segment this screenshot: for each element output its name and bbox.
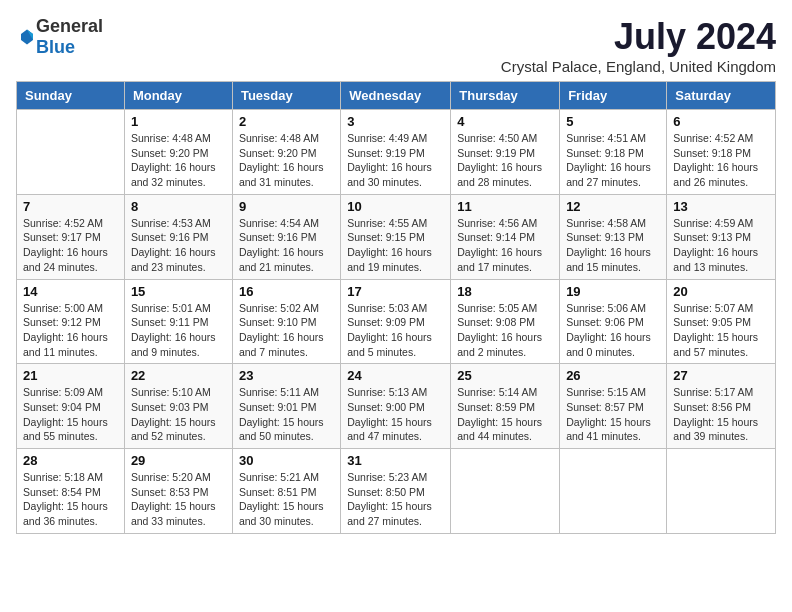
day-info-text: Sunrise: 5:07 AMSunset: 9:05 PMDaylight:… [673,301,769,360]
calendar-day-cell: 25Sunrise: 5:14 AMSunset: 8:59 PMDayligh… [451,364,560,449]
day-number: 26 [566,368,660,383]
day-number: 15 [131,284,226,299]
calendar-week-row: 28Sunrise: 5:18 AMSunset: 8:54 PMDayligh… [17,449,776,534]
day-info-text: Sunrise: 4:52 AMSunset: 9:18 PMDaylight:… [673,131,769,190]
calendar-day-cell: 30Sunrise: 5:21 AMSunset: 8:51 PMDayligh… [232,449,340,534]
calendar-day-cell: 22Sunrise: 5:10 AMSunset: 9:03 PMDayligh… [124,364,232,449]
calendar-day-cell: 17Sunrise: 5:03 AMSunset: 9:09 PMDayligh… [341,279,451,364]
calendar-day-cell: 9Sunrise: 4:54 AMSunset: 9:16 PMDaylight… [232,194,340,279]
day-info-text: Sunrise: 5:23 AMSunset: 8:50 PMDaylight:… [347,470,444,529]
calendar-day-cell: 6Sunrise: 4:52 AMSunset: 9:18 PMDaylight… [667,110,776,195]
day-number: 5 [566,114,660,129]
calendar-day-cell: 16Sunrise: 5:02 AMSunset: 9:10 PMDayligh… [232,279,340,364]
calendar-day-cell: 29Sunrise: 5:20 AMSunset: 8:53 PMDayligh… [124,449,232,534]
calendar-day-cell: 28Sunrise: 5:18 AMSunset: 8:54 PMDayligh… [17,449,125,534]
day-number: 24 [347,368,444,383]
day-info-text: Sunrise: 4:49 AMSunset: 9:19 PMDaylight:… [347,131,444,190]
calendar-week-row: 1Sunrise: 4:48 AMSunset: 9:20 PMDaylight… [17,110,776,195]
day-info-text: Sunrise: 5:09 AMSunset: 9:04 PMDaylight:… [23,385,118,444]
day-info-text: Sunrise: 4:48 AMSunset: 9:20 PMDaylight:… [131,131,226,190]
calendar-day-cell [560,449,667,534]
day-number: 22 [131,368,226,383]
calendar-day-cell: 3Sunrise: 4:49 AMSunset: 9:19 PMDaylight… [341,110,451,195]
day-number: 6 [673,114,769,129]
calendar-day-cell: 21Sunrise: 5:09 AMSunset: 9:04 PMDayligh… [17,364,125,449]
day-number: 30 [239,453,334,468]
calendar-table: SundayMondayTuesdayWednesdayThursdayFrid… [16,81,776,534]
calendar-day-cell: 10Sunrise: 4:55 AMSunset: 9:15 PMDayligh… [341,194,451,279]
title-block: July 2024 Crystal Palace, England, Unite… [501,16,776,75]
day-info-text: Sunrise: 5:05 AMSunset: 9:08 PMDaylight:… [457,301,553,360]
calendar-week-row: 14Sunrise: 5:00 AMSunset: 9:12 PMDayligh… [17,279,776,364]
day-number: 2 [239,114,334,129]
weekday-header-tuesday: Tuesday [232,82,340,110]
day-info-text: Sunrise: 5:00 AMSunset: 9:12 PMDaylight:… [23,301,118,360]
day-info-text: Sunrise: 4:55 AMSunset: 9:15 PMDaylight:… [347,216,444,275]
weekday-header-saturday: Saturday [667,82,776,110]
day-number: 31 [347,453,444,468]
day-number: 27 [673,368,769,383]
calendar-day-cell: 1Sunrise: 4:48 AMSunset: 9:20 PMDaylight… [124,110,232,195]
calendar-day-cell [17,110,125,195]
day-number: 14 [23,284,118,299]
calendar-day-cell: 15Sunrise: 5:01 AMSunset: 9:11 PMDayligh… [124,279,232,364]
calendar-day-cell: 11Sunrise: 4:56 AMSunset: 9:14 PMDayligh… [451,194,560,279]
day-info-text: Sunrise: 4:52 AMSunset: 9:17 PMDaylight:… [23,216,118,275]
day-info-text: Sunrise: 5:03 AMSunset: 9:09 PMDaylight:… [347,301,444,360]
day-number: 28 [23,453,118,468]
logo-icon [18,28,36,46]
day-number: 29 [131,453,226,468]
calendar-week-row: 7Sunrise: 4:52 AMSunset: 9:17 PMDaylight… [17,194,776,279]
location-text: Crystal Palace, England, United Kingdom [501,58,776,75]
weekday-header-thursday: Thursday [451,82,560,110]
calendar-day-cell: 18Sunrise: 5:05 AMSunset: 9:08 PMDayligh… [451,279,560,364]
day-info-text: Sunrise: 4:58 AMSunset: 9:13 PMDaylight:… [566,216,660,275]
day-info-text: Sunrise: 5:11 AMSunset: 9:01 PMDaylight:… [239,385,334,444]
calendar-day-cell [451,449,560,534]
calendar-day-cell: 14Sunrise: 5:00 AMSunset: 9:12 PMDayligh… [17,279,125,364]
calendar-day-cell: 19Sunrise: 5:06 AMSunset: 9:06 PMDayligh… [560,279,667,364]
calendar-day-cell: 8Sunrise: 4:53 AMSunset: 9:16 PMDaylight… [124,194,232,279]
weekday-header-monday: Monday [124,82,232,110]
day-number: 7 [23,199,118,214]
day-info-text: Sunrise: 4:51 AMSunset: 9:18 PMDaylight:… [566,131,660,190]
day-info-text: Sunrise: 5:14 AMSunset: 8:59 PMDaylight:… [457,385,553,444]
calendar-week-row: 21Sunrise: 5:09 AMSunset: 9:04 PMDayligh… [17,364,776,449]
day-number: 8 [131,199,226,214]
calendar-day-cell: 24Sunrise: 5:13 AMSunset: 9:00 PMDayligh… [341,364,451,449]
logo-general-text: General [36,16,103,36]
calendar-day-cell: 4Sunrise: 4:50 AMSunset: 9:19 PMDaylight… [451,110,560,195]
day-number: 21 [23,368,118,383]
calendar-day-cell: 20Sunrise: 5:07 AMSunset: 9:05 PMDayligh… [667,279,776,364]
day-number: 11 [457,199,553,214]
page-header: General Blue July 2024 Crystal Palace, E… [16,16,776,75]
calendar-day-cell [667,449,776,534]
day-number: 18 [457,284,553,299]
weekday-header-wednesday: Wednesday [341,82,451,110]
calendar-day-cell: 12Sunrise: 4:58 AMSunset: 9:13 PMDayligh… [560,194,667,279]
calendar-day-cell: 31Sunrise: 5:23 AMSunset: 8:50 PMDayligh… [341,449,451,534]
day-number: 17 [347,284,444,299]
day-number: 19 [566,284,660,299]
calendar-day-cell: 13Sunrise: 4:59 AMSunset: 9:13 PMDayligh… [667,194,776,279]
day-info-text: Sunrise: 4:50 AMSunset: 9:19 PMDaylight:… [457,131,553,190]
day-info-text: Sunrise: 5:10 AMSunset: 9:03 PMDaylight:… [131,385,226,444]
day-info-text: Sunrise: 4:54 AMSunset: 9:16 PMDaylight:… [239,216,334,275]
day-info-text: Sunrise: 4:56 AMSunset: 9:14 PMDaylight:… [457,216,553,275]
day-number: 4 [457,114,553,129]
day-info-text: Sunrise: 4:53 AMSunset: 9:16 PMDaylight:… [131,216,226,275]
day-info-text: Sunrise: 5:21 AMSunset: 8:51 PMDaylight:… [239,470,334,529]
logo-blue-text: Blue [36,37,75,57]
day-number: 12 [566,199,660,214]
day-number: 9 [239,199,334,214]
calendar-day-cell: 5Sunrise: 4:51 AMSunset: 9:18 PMDaylight… [560,110,667,195]
day-number: 25 [457,368,553,383]
calendar-day-cell: 23Sunrise: 5:11 AMSunset: 9:01 PMDayligh… [232,364,340,449]
day-info-text: Sunrise: 5:02 AMSunset: 9:10 PMDaylight:… [239,301,334,360]
day-info-text: Sunrise: 5:20 AMSunset: 8:53 PMDaylight:… [131,470,226,529]
day-info-text: Sunrise: 5:13 AMSunset: 9:00 PMDaylight:… [347,385,444,444]
month-year-title: July 2024 [501,16,776,58]
day-number: 1 [131,114,226,129]
day-info-text: Sunrise: 5:15 AMSunset: 8:57 PMDaylight:… [566,385,660,444]
weekday-header-sunday: Sunday [17,82,125,110]
